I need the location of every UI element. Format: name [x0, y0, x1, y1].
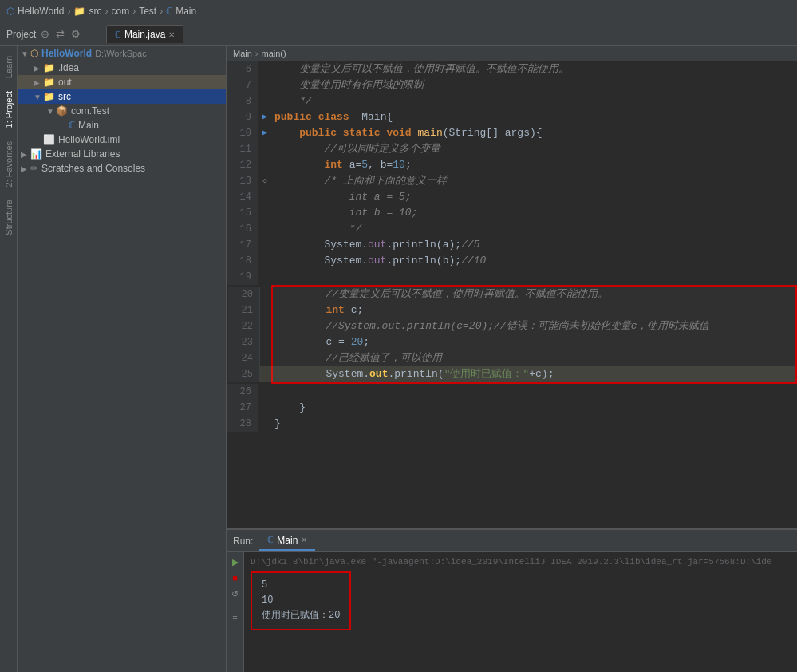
- project-tree: ▼ ⬡ HelloWorld D:\WorkSpac ▶ 📁 .idea ▶ 📁…: [18, 46, 227, 672]
- folder-icon: 📁: [43, 77, 55, 88]
- code-line-14: 14 int a = 5;: [227, 189, 797, 205]
- line-num-8: 8: [227, 93, 258, 109]
- code-line-16: 16 */: [227, 221, 797, 237]
- main-layout: Learn 1: Project 2: Favorites Structure …: [0, 46, 797, 672]
- bc-main-label: Main: [233, 49, 252, 58]
- tree-item-scratches[interactable]: ▶ ✏ Scratches and Consoles: [18, 161, 226, 176]
- tab-1-project[interactable]: 1: Project: [2, 85, 16, 134]
- code-editor[interactable]: 6 变量定义后可以不赋值，使用时再赋值。不赋值不能使用。 7 变量使用时有作用域…: [227, 61, 797, 528]
- bc-helloworld-label: HelloWorld: [18, 6, 64, 17]
- code-line-17: 17 System.out.println(a);//5: [227, 237, 797, 253]
- line-content-10: public static void main(String[] args){: [271, 125, 543, 141]
- iml-icon: ⬜: [43, 134, 55, 145]
- line-num-20: 20: [228, 287, 260, 302]
- tab-java-icon: ℂ: [115, 30, 121, 40]
- package-icon: 📦: [56, 105, 68, 117]
- line-num-26: 26: [227, 384, 258, 400]
- code-line-23: 23 c = 20;: [228, 334, 795, 350]
- tab-2-favorites[interactable]: 2: Favorites: [2, 135, 16, 193]
- code-line-15: 15 int b = 10;: [227, 205, 797, 221]
- tree-item-com-test[interactable]: ▼ 📦 com.Test: [18, 104, 226, 118]
- tree-label-com-test: com.Test: [71, 105, 109, 117]
- line-num-10: 10: [227, 125, 258, 141]
- tab-label: Main.java: [124, 29, 165, 40]
- output-box: 5 10 使用时已赋值：20: [251, 571, 351, 630]
- bc-main-method: main(): [262, 49, 286, 58]
- tree-item-idea[interactable]: ▶ 📁 .idea: [18, 61, 226, 75]
- tree-item-ext-libs[interactable]: ▶ 📊 External Libraries: [18, 147, 226, 161]
- line-num-21: 21: [228, 302, 260, 318]
- arrow-icon: ▶: [34, 64, 43, 73]
- code-line-12: 12 int a=5, b=10;: [227, 157, 797, 173]
- breadcrumb: ⬡ HelloWorld › 📁 src › com › Test › ℂ Ma…: [6, 6, 196, 17]
- tree-item-out[interactable]: ▶ 📁 out: [18, 75, 226, 89]
- line-content-23: c = 20;: [273, 334, 369, 350]
- tree-item-src[interactable]: ▼ 📁 src: [18, 89, 226, 104]
- open-folder-btn[interactable]: ⊕: [39, 26, 51, 42]
- tab-main-java[interactable]: ℂ Main.java ✕: [106, 25, 183, 43]
- bc-helloworld: ⬡: [6, 6, 14, 17]
- line-content-12: int a=5, b=10;: [271, 157, 412, 173]
- code-line-19: 19: [227, 269, 797, 285]
- line-content-9: public class Main{: [271, 109, 393, 125]
- line-num-27: 27: [227, 400, 258, 416]
- libs-icon: 📊: [30, 148, 42, 160]
- line-num-12: 12: [227, 157, 258, 173]
- line-content-15: int b = 10;: [271, 205, 417, 221]
- arrow-icon: ▶: [21, 164, 30, 173]
- line-num-23: 23: [228, 334, 260, 350]
- run-stop-btn[interactable]: ■: [229, 571, 242, 584]
- line-num-28: 28: [227, 416, 258, 432]
- run-tab-close[interactable]: ✕: [301, 536, 307, 544]
- line-num-14: 14: [227, 189, 258, 205]
- tree-label-out: out: [58, 77, 72, 88]
- bc-com: com: [111, 6, 129, 17]
- run-sort-btn[interactable]: ≡: [229, 610, 242, 623]
- run-command: D:\jdk1.8\bin\java.exe "-javaagent:D:\id…: [251, 555, 791, 568]
- tree-label-ext-libs: External Libraries: [45, 148, 120, 160]
- line-content-26: [271, 384, 281, 400]
- line-num-6: 6: [227, 61, 258, 77]
- code-line-13: 13 ◇ /* 上面和下面的意义一样: [227, 173, 797, 189]
- tab-run-main[interactable]: ℂ Main ✕: [259, 532, 315, 551]
- code-line-27: 27 }: [227, 400, 797, 416]
- output-line-3: 使用时已赋值：20: [262, 608, 340, 623]
- editor-breadcrumb: Main › main(): [227, 46, 797, 61]
- tree-label-helloworld: HelloWorld: [41, 48, 92, 59]
- line-content-24: //已经赋值了，可以使用: [273, 350, 442, 366]
- line-content-11: //可以同时定义多个变量: [271, 141, 440, 157]
- arrow-icon: ▼: [21, 49, 30, 58]
- run-label: Run:: [233, 536, 253, 547]
- line-num-16: 16: [227, 221, 258, 237]
- minimize-btn[interactable]: −: [85, 26, 95, 42]
- output-line-1: 5: [262, 578, 340, 593]
- run-rerun-btn[interactable]: ↺: [229, 587, 242, 600]
- project-icon: ⬡: [30, 48, 38, 59]
- folder-icon: 📁: [43, 62, 55, 73]
- settings-btn[interactable]: ⚙: [69, 26, 82, 42]
- line-content-13: /* 上面和下面的意义一样: [271, 173, 447, 189]
- bottom-content: ▶ ■ ↺ ≡ D:\jdk1.8\bin\java.exe "-javaage…: [227, 552, 797, 672]
- tree-item-main[interactable]: ℂ Main: [18, 118, 226, 132]
- bottom-tabs: Run: ℂ Main ✕: [227, 530, 797, 552]
- tab-close-btn[interactable]: ✕: [168, 30, 175, 39]
- tree-label-main: Main: [78, 120, 99, 131]
- tree-item-helloworld[interactable]: ▼ ⬡ HelloWorld D:\WorkSpac: [18, 46, 226, 61]
- line-num-15: 15: [227, 205, 258, 221]
- line-content-8: */: [271, 93, 312, 109]
- tab-structure[interactable]: Structure: [2, 193, 16, 242]
- bc-src: src: [89, 6, 101, 17]
- bc-main: Main: [176, 6, 196, 17]
- line-content-25: System.out.println("使用时已赋值："+c);: [273, 366, 554, 382]
- sync-btn[interactable]: ⇄: [54, 26, 66, 42]
- line-content-16: */: [271, 221, 361, 237]
- line-num-17: 17: [227, 237, 258, 253]
- run-tab-label: Main: [277, 535, 298, 546]
- line-content-22: //System.out.println(c=20);//错误：可能尚未初始化变…: [273, 318, 709, 334]
- tree-item-iml[interactable]: ⬜ HelloWorld.iml: [18, 132, 226, 147]
- run-play-btn[interactable]: ▶: [229, 555, 242, 568]
- tab-learn[interactable]: Learn: [2, 49, 16, 85]
- line-content-20: //变量定义后可以不赋值，使用时再赋值。不赋值不能使用。: [273, 287, 608, 302]
- code-line-21: 21 int c;: [228, 302, 795, 318]
- tree-label-scratches: Scratches and Consoles: [41, 163, 145, 174]
